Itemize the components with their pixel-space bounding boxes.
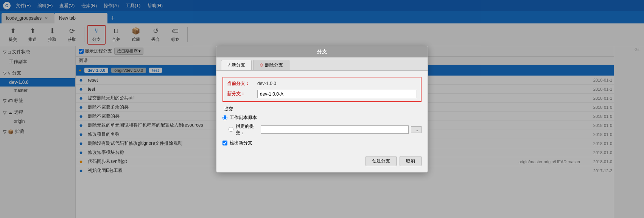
radio-specified-row: 指定的提交： ... xyxy=(222,123,422,136)
new-branch-tab-label: 新分支 xyxy=(232,62,245,68)
commit-radio-group: 提交 工作副本原本 指定的提交： ... xyxy=(222,106,422,136)
modal-body: 当前分支： dev-1.0.0 新分支： 提交 工作副本原本 指定的提 xyxy=(216,71,428,156)
current-branch-label: 当前分支： xyxy=(227,80,257,87)
create-branch-button[interactable]: 创建分支 xyxy=(366,156,397,166)
modal-title-bar: 分支 xyxy=(216,46,428,57)
new-branch-row: 新分支： xyxy=(227,90,417,98)
specified-commit-input[interactable] xyxy=(261,125,409,134)
commit-section-label: 提交 xyxy=(224,106,422,112)
delete-branch-tab-label: 删除分支 xyxy=(265,62,283,68)
current-branch-row: 当前分支： dev-1.0.0 xyxy=(227,80,417,87)
modal-footer: 创建分支 取消 xyxy=(216,156,428,172)
checkout-checkbox-row: 检出新分支 xyxy=(222,140,422,146)
new-branch-icon: ⑂ xyxy=(227,62,230,68)
new-branch-input[interactable] xyxy=(257,90,417,98)
radio-specified-label: 指定的提交： xyxy=(236,123,258,136)
checkout-label: 检出新分支 xyxy=(230,140,252,146)
browse-commit-button[interactable]: ... xyxy=(411,126,422,133)
modal-title: 分支 xyxy=(317,49,327,54)
cancel-button[interactable]: 取消 xyxy=(400,156,422,166)
current-branch-value: dev-1.0.0 xyxy=(257,81,276,86)
radio-working-row: 工作副本原本 xyxy=(222,114,422,121)
modal-tabs: ⑂ 新分支 ⊖ 删除分支 xyxy=(216,57,428,71)
new-branch-label: 新分支： xyxy=(227,91,257,97)
modal-tab-new-branch[interactable]: ⑂ 新分支 xyxy=(221,60,252,70)
modal-field-group: 当前分支： dev-1.0.0 新分支： xyxy=(222,77,422,102)
modal-tab-delete-branch[interactable]: ⊖ 删除分支 xyxy=(253,60,289,70)
radio-working-label: 工作副本原本 xyxy=(230,114,257,121)
branch-modal: 分支 ⑂ 新分支 ⊖ 删除分支 当前分支： dev-1.0.0 xyxy=(216,46,428,173)
checkout-checkbox[interactable] xyxy=(222,141,227,145)
radio-working[interactable] xyxy=(222,115,227,120)
delete-branch-icon: ⊖ xyxy=(260,62,263,68)
modal-overlay: 分支 ⑂ 新分支 ⊖ 删除分支 当前分支： dev-1.0.0 xyxy=(0,0,644,218)
radio-specified[interactable] xyxy=(229,127,233,132)
